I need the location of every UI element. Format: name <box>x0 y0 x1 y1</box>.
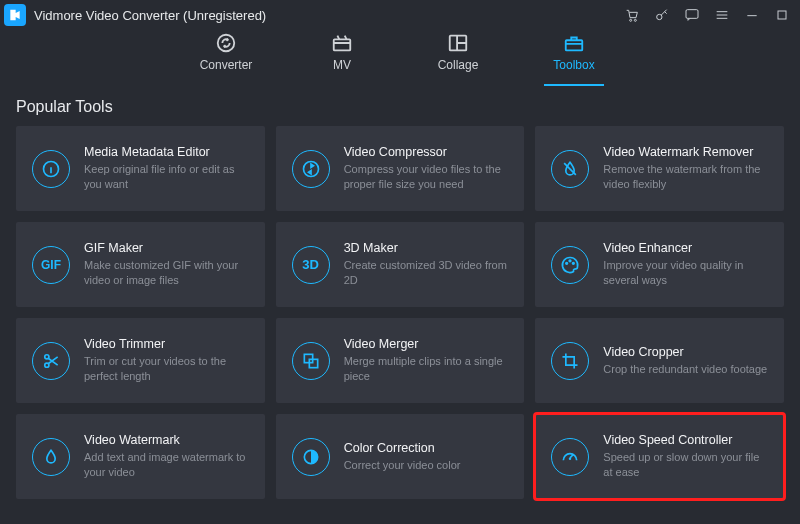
merge-icon <box>292 342 330 380</box>
tool-title: Video Trimmer <box>84 337 249 351</box>
tool-desc: Trim or cut your videos to the perfect l… <box>84 354 249 384</box>
tool-title: Video Enhancer <box>603 241 768 255</box>
tool-title: Video Cropper <box>603 345 768 359</box>
svg-rect-8 <box>566 40 583 50</box>
crop-icon <box>551 342 589 380</box>
tool-desc: Remove the watermark from the video flex… <box>603 162 768 192</box>
converter-icon <box>215 32 237 54</box>
tool-video-merger[interactable]: Video Merger Merge multiple clips into a… <box>276 318 525 403</box>
tool-desc: Crop the redundant video footage <box>603 362 768 377</box>
tool-title: Video Watermark Remover <box>603 145 768 159</box>
svg-point-19 <box>569 457 572 460</box>
no-drop-icon <box>551 150 589 188</box>
svg-rect-4 <box>778 11 786 19</box>
palette-icon <box>551 246 589 284</box>
tools-grid: Media Metadata Editor Keep original file… <box>0 126 800 515</box>
tool-title: Video Watermark <box>84 433 249 447</box>
title-bar: Vidmore Video Converter (Unregistered) <box>0 0 800 30</box>
tool-video-speed-controller[interactable]: Video Speed Controller Speed up or slow … <box>535 414 784 499</box>
color-icon <box>292 438 330 476</box>
app-title: Vidmore Video Converter (Unregistered) <box>34 8 266 23</box>
svg-point-2 <box>657 14 662 19</box>
three-d-icon: 3D <box>292 246 330 284</box>
tool-video-watermark-remover[interactable]: Video Watermark Remover Remove the water… <box>535 126 784 211</box>
tool-title: Media Metadata Editor <box>84 145 249 159</box>
tool-desc: Compress your video files to the proper … <box>344 162 509 192</box>
tool-title: Video Compressor <box>344 145 509 159</box>
tool-title: Video Speed Controller <box>603 433 768 447</box>
tab-label: Toolbox <box>553 58 594 72</box>
main-tabs: Converter MV Collage Toolbox <box>0 30 800 86</box>
maximize-icon[interactable] <box>774 7 790 23</box>
tool-title: Video Merger <box>344 337 509 351</box>
svg-rect-6 <box>334 39 351 50</box>
scissors-icon <box>32 342 70 380</box>
tool-video-watermark[interactable]: Video Watermark Add text and image water… <box>16 414 265 499</box>
gif-icon: GIF <box>32 246 70 284</box>
tab-label: MV <box>333 58 351 72</box>
feedback-icon[interactable] <box>684 7 700 23</box>
tool-video-enhancer[interactable]: Video Enhancer Improve your video qualit… <box>535 222 784 307</box>
tab-label: Collage <box>438 58 479 72</box>
svg-point-13 <box>573 262 575 264</box>
compress-icon <box>292 150 330 188</box>
tool-desc: Create customized 3D video from 2D <box>344 258 509 288</box>
menu-icon[interactable] <box>714 7 730 23</box>
svg-point-5 <box>218 35 235 52</box>
tool-desc: Correct your video color <box>344 458 509 473</box>
tab-toolbox[interactable]: Toolbox <box>544 32 604 86</box>
tool-video-cropper[interactable]: Video Cropper Crop the redundant video f… <box>535 318 784 403</box>
svg-point-14 <box>45 354 49 358</box>
tool-media-metadata-editor[interactable]: Media Metadata Editor Keep original file… <box>16 126 265 211</box>
info-icon <box>32 150 70 188</box>
tool-desc: Make customized GIF with your video or i… <box>84 258 249 288</box>
speed-icon <box>551 438 589 476</box>
tool-video-compressor[interactable]: Video Compressor Compress your video fil… <box>276 126 525 211</box>
section-title: Popular Tools <box>0 86 800 126</box>
tool-gif-maker[interactable]: GIF GIF Maker Make customized GIF with y… <box>16 222 265 307</box>
tool-desc: Improve your video quality in several wa… <box>603 258 768 288</box>
app-logo-icon <box>4 4 26 26</box>
key-icon[interactable] <box>654 7 670 23</box>
cart-icon[interactable] <box>624 7 640 23</box>
svg-point-0 <box>630 19 632 21</box>
mv-icon <box>331 32 353 54</box>
minimize-icon[interactable] <box>744 7 760 23</box>
tool-desc: Speed up or slow down your file at ease <box>603 450 768 480</box>
tool-title: GIF Maker <box>84 241 249 255</box>
tab-label: Converter <box>200 58 253 72</box>
tool-title: Color Correction <box>344 441 509 455</box>
tab-mv[interactable]: MV <box>312 32 372 86</box>
tool-3d-maker[interactable]: 3D 3D Maker Create customized 3D video f… <box>276 222 525 307</box>
svg-point-12 <box>569 260 571 262</box>
tool-desc: Merge multiple clips into a single piece <box>344 354 509 384</box>
svg-point-1 <box>634 19 636 21</box>
toolbox-icon <box>563 32 585 54</box>
tool-desc: Keep original file info or edit as you w… <box>84 162 249 192</box>
tab-collage[interactable]: Collage <box>428 32 488 86</box>
tab-converter[interactable]: Converter <box>196 32 256 86</box>
drop-icon <box>32 438 70 476</box>
tool-color-correction[interactable]: Color Correction Correct your video colo… <box>276 414 525 499</box>
tool-title: 3D Maker <box>344 241 509 255</box>
tool-video-trimmer[interactable]: Video Trimmer Trim or cut your videos to… <box>16 318 265 403</box>
collage-icon <box>447 32 469 54</box>
svg-point-15 <box>45 363 49 367</box>
tool-desc: Add text and image watermark to your vid… <box>84 450 249 480</box>
svg-point-11 <box>566 262 568 264</box>
